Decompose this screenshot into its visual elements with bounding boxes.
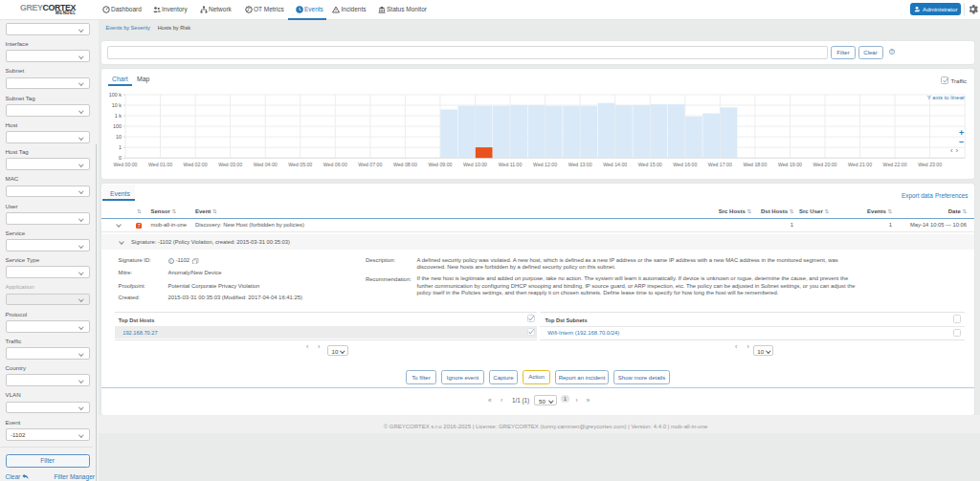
svg-text:Wed 16:00: Wed 16:00 xyxy=(673,162,697,167)
svg-text:Wed 23:00: Wed 23:00 xyxy=(918,162,942,167)
svg-text:Wed 18:00: Wed 18:00 xyxy=(743,162,767,167)
svg-text:1 k: 1 k xyxy=(115,112,122,118)
svg-text:Wed 13:00: Wed 13:00 xyxy=(568,162,592,167)
svg-text:Wed 10:00: Wed 10:00 xyxy=(463,162,487,167)
svg-text:Wed 00:00: Wed 00:00 xyxy=(114,162,138,167)
svg-text:Wed 01:00: Wed 01:00 xyxy=(148,162,172,167)
svg-text:Wed 21:00: Wed 21:00 xyxy=(848,162,872,167)
svg-text:10: 10 xyxy=(116,134,122,140)
svg-text:Wed 12:00: Wed 12:00 xyxy=(533,162,557,167)
svg-text:100 k: 100 k xyxy=(109,91,122,97)
svg-text:10 k: 10 k xyxy=(112,101,122,107)
svg-text:Wed 02:00: Wed 02:00 xyxy=(184,162,208,167)
svg-text:Wed 09:00: Wed 09:00 xyxy=(428,162,452,167)
svg-text:Wed 03:00: Wed 03:00 xyxy=(218,162,242,167)
svg-text:Wed 20:00: Wed 20:00 xyxy=(813,162,837,167)
svg-text:Wed 19:00: Wed 19:00 xyxy=(778,162,802,167)
svg-text:Wed 22:00: Wed 22:00 xyxy=(883,162,907,167)
svg-text:Wed 07:00: Wed 07:00 xyxy=(358,162,382,167)
svg-text:Wed 05:00: Wed 05:00 xyxy=(288,162,312,167)
svg-text:Wed 17:00: Wed 17:00 xyxy=(708,162,732,167)
svg-text:Wed 08:00: Wed 08:00 xyxy=(393,162,417,167)
svg-text:Wed 11:00: Wed 11:00 xyxy=(499,162,523,167)
svg-text:1: 1 xyxy=(119,144,122,150)
svg-text:Wed 15:00: Wed 15:00 xyxy=(638,162,662,167)
svg-text:100: 100 xyxy=(113,123,122,129)
svg-text:Wed 06:00: Wed 06:00 xyxy=(323,162,347,167)
svg-text:Wed 04:00: Wed 04:00 xyxy=(254,162,278,167)
svg-text:0: 0 xyxy=(119,155,122,161)
svg-text:Wed 14:00: Wed 14:00 xyxy=(603,162,627,167)
